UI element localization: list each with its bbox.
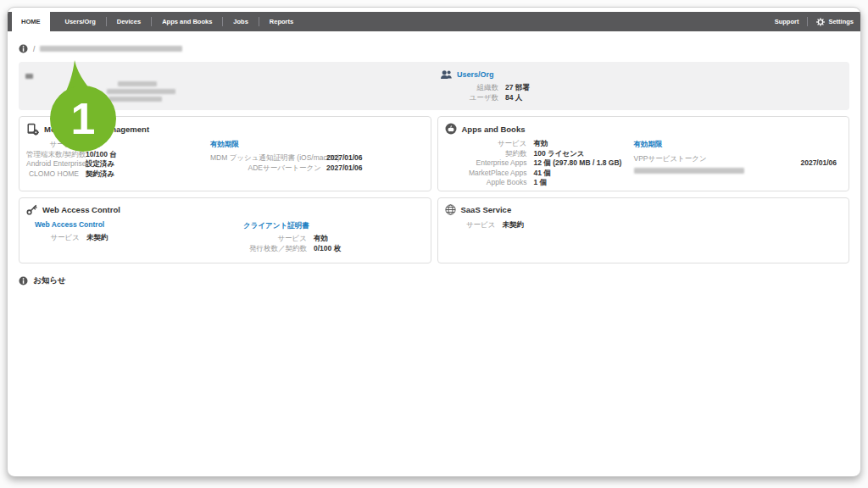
field-value: 有効 xyxy=(314,234,341,242)
settings-label: Settings xyxy=(828,18,854,25)
field-label: ADEサーバートークン xyxy=(210,164,321,172)
field-label: MDM プッシュ通知証明書 (iOS/macOS) xyxy=(210,153,321,162)
tab-apps-and-books[interactable]: Apps and Books xyxy=(152,12,222,31)
field-label: サービス xyxy=(445,139,527,147)
field-value: 2027/01/06 xyxy=(326,153,363,162)
stat-label: 組織数 xyxy=(440,83,498,92)
gear-icon xyxy=(816,18,825,26)
top-navigation: HOME Users/Org Devices Apps and Books Jo… xyxy=(8,12,860,31)
nav-divider xyxy=(807,17,808,26)
users-org-summary: Users/Org 組織数 27 部署 ユーザ数 84 人 xyxy=(440,69,530,102)
apps-expiry-link[interactable]: 有効期限 xyxy=(634,140,663,148)
key-icon xyxy=(26,204,37,215)
info-icon xyxy=(19,44,28,53)
card-title: Apps and Books xyxy=(462,125,526,134)
tab-devices[interactable]: Devices xyxy=(107,12,151,31)
vpp-token-label: VPPサービストークン xyxy=(634,154,744,164)
wac-status-list: サービス 未契約 xyxy=(26,233,424,241)
mdm-device-gear-icon xyxy=(26,123,39,136)
globe-icon xyxy=(445,204,456,215)
client-certificate-link[interactable]: クライアント証明書 xyxy=(243,221,309,230)
apple-apps-icon xyxy=(445,123,457,135)
stat-label: ユーザ数 xyxy=(440,93,498,102)
field-label: MarketPlace Apps xyxy=(445,169,527,177)
users-org-link-label: Users/Org xyxy=(457,70,494,79)
field-label: サービス xyxy=(445,220,496,229)
overview-panel: Users/Org 組織数 27 部署 ユーザ数 84 人 xyxy=(19,62,849,110)
app-window: HOME Users/Org Devices Apps and Books Jo… xyxy=(7,7,861,477)
field-value: 未契約 xyxy=(503,220,843,229)
card-apps-and-books: Apps and Books サービス 有効 契約数 100 ライセンス Ent… xyxy=(437,116,850,191)
annotation-step-1-badge: 1 xyxy=(49,59,117,152)
redacted-org-line xyxy=(118,81,157,86)
redacted-vpp-token-value xyxy=(634,168,744,174)
redacted-org-line xyxy=(107,89,175,94)
stat-value: 27 部署 xyxy=(505,83,530,92)
settings-link[interactable]: Settings xyxy=(816,18,854,26)
field-label: 発行枚数／契約数 xyxy=(243,244,307,252)
field-label: Android Enterprise xyxy=(26,159,79,168)
mdm-expiry-link[interactable]: 有効期限 xyxy=(210,140,239,148)
mdm-expiry-list: MDM プッシュ通知証明書 (iOS/macOS) 2027/01/06 ADE… xyxy=(210,153,363,172)
tab-reports[interactable]: Reports xyxy=(259,12,303,31)
annotation-number: 1 xyxy=(71,94,96,143)
card-web-access-control: Web Access Control Web Access Control サー… xyxy=(19,197,431,263)
redacted-account-name xyxy=(40,46,182,52)
breadcrumb: / xyxy=(19,43,849,54)
card-title: SaaS Service xyxy=(461,205,512,214)
notices-title: お知らせ xyxy=(33,275,66,286)
users-org-stats: 組織数 27 部署 ユーザ数 84 人 xyxy=(440,83,530,102)
stat-value: 84 人 xyxy=(505,93,530,102)
tab-home[interactable]: HOME xyxy=(12,12,50,31)
notices-section: お知らせ xyxy=(19,275,849,286)
field-label: Enterprise Apps xyxy=(445,158,527,167)
saas-status-list: サービス 未契約 xyxy=(445,220,843,229)
card-title: Web Access Control xyxy=(42,205,120,214)
field-label: Apple Books xyxy=(445,178,527,186)
info-icon xyxy=(19,276,28,286)
support-link[interactable]: Support xyxy=(775,18,799,25)
field-value: 2027/01/06 xyxy=(326,164,363,172)
redacted-org-fragment xyxy=(25,74,33,79)
tab-jobs[interactable]: Jobs xyxy=(223,12,259,31)
field-label: CLOMO HOME xyxy=(26,169,79,178)
mdm-expiry-section: 有効期限 MDM プッシュ通知証明書 (iOS/macOS) 2027/01/0… xyxy=(210,135,363,172)
field-value: 0/100 枚 xyxy=(314,244,341,252)
breadcrumb-separator: / xyxy=(33,45,35,53)
apps-expiry-section: 有効期限 VPPサービストークン xyxy=(634,135,744,174)
tab-users-org[interactable]: Users/Org xyxy=(55,12,106,31)
field-label: 契約数 xyxy=(445,149,527,158)
card-saas-service: SaaS Service サービス 未契約 xyxy=(437,197,850,263)
field-value: 1 個 xyxy=(534,178,843,186)
web-access-control-link[interactable]: Web Access Control xyxy=(35,220,104,229)
users-icon xyxy=(440,69,453,80)
field-label: サービス xyxy=(26,233,80,241)
users-org-link[interactable]: Users/Org xyxy=(440,69,530,80)
service-cards: Mobile Device Management サービス 有効 管理端末数/契… xyxy=(19,116,849,263)
field-label: サービス xyxy=(243,234,307,242)
client-certificate-status-list: サービス 有効 発行枚数／契約数 0/100 枚 xyxy=(243,234,341,252)
client-certificate-section: クライアント証明書 サービス 有効 発行枚数／契約数 0/100 枚 xyxy=(243,216,341,252)
vpp-token-expiry-date: 2027/01/06 xyxy=(800,158,837,167)
